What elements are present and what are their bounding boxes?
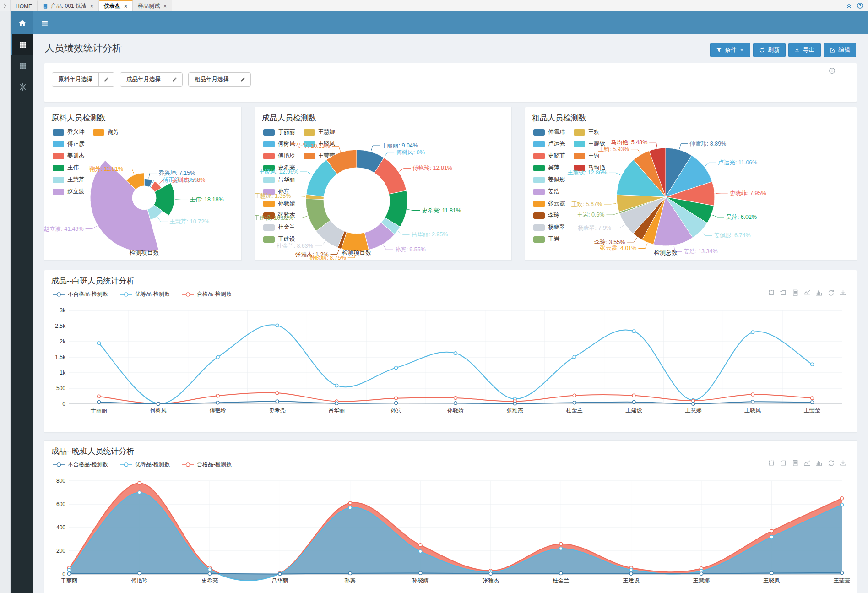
rose-chart-canvas[interactable]: 乔兴坤: 7.15%傅正彦: 1.85%姜训杰: 7.8%王伟: 18.18%王… bbox=[44, 107, 241, 260]
export-icon bbox=[794, 47, 800, 53]
y-tick-label: 2.5k bbox=[55, 323, 66, 329]
pie-label-line bbox=[86, 226, 97, 228]
tab-close-icon[interactable]: × bbox=[90, 4, 93, 9]
toolbox-download-icon[interactable] bbox=[840, 460, 846, 467]
pie-chart-canvas[interactable]: 仲雪玮: 8.89%卢运光: 11.06%史晓菲: 7.95%吴萍: 6.02%… bbox=[525, 107, 857, 260]
data-point bbox=[157, 403, 160, 406]
pie-label: 史希亮: 11.81% bbox=[422, 207, 461, 214]
document-icon bbox=[43, 3, 49, 9]
content-area: 人员绩效统计分析 条件刷新导出编辑 原料年月选择成品年月选择粗品年月选择 原料人… bbox=[33, 34, 868, 593]
filter-edit-button[interactable] bbox=[167, 73, 182, 86]
export-button[interactable]: 导出 bbox=[788, 43, 821, 57]
toolbox-line-icon[interactable] bbox=[804, 460, 811, 467]
toolbox-zoom-icon[interactable] bbox=[768, 289, 775, 296]
raw-material-pie-card: 原料人员检测数 乔兴坤傅正彦姜训杰王伟王慧芹赵立波鞠芳 乔兴坤: 7.15%傅正… bbox=[44, 107, 242, 261]
pie-label: 马均艳: 5.48% bbox=[611, 139, 647, 146]
data-point bbox=[692, 402, 695, 405]
filter-button[interactable]: 条件 bbox=[710, 43, 750, 57]
data-point bbox=[751, 400, 754, 403]
legend-item-2[interactable]: 合格品-检测数 bbox=[182, 290, 232, 298]
tab-1[interactable]: 产品: 001 钛渣× bbox=[38, 0, 99, 11]
button-label: 编辑 bbox=[838, 46, 850, 54]
x-tick-label: 于丽丽 bbox=[91, 407, 107, 413]
filter-edit-button[interactable] bbox=[98, 73, 114, 86]
legend-item-0[interactable]: 不合格品-检测数 bbox=[53, 461, 108, 468]
data-point bbox=[97, 400, 100, 403]
toolbox-download-icon[interactable] bbox=[840, 289, 846, 296]
toolbox-zoom-icon[interactable] bbox=[768, 460, 775, 467]
pie-label: 王欢: 5.67% bbox=[571, 201, 602, 207]
tab-2[interactable]: 仪表盘× bbox=[99, 0, 133, 11]
grid-icon bbox=[19, 62, 27, 70]
data-point bbox=[454, 402, 457, 405]
tab-3[interactable]: 样品测试× bbox=[133, 0, 172, 11]
area-chart-canvas[interactable]: 0200400600800于丽丽傅艳玲史希亮吕华丽孙宾孙晓婧张雅杰杜金兰王建设王… bbox=[50, 476, 851, 591]
toolbox-dataview-icon[interactable] bbox=[792, 460, 799, 467]
x-tick-label: 王建设 bbox=[623, 577, 640, 584]
legend-item-2[interactable]: 合格品-检测数 bbox=[182, 461, 232, 468]
tab-close-icon[interactable]: × bbox=[163, 4, 167, 9]
data-point bbox=[841, 571, 844, 574]
toolbox-bar-icon[interactable] bbox=[816, 460, 823, 467]
sidebar-item-2[interactable] bbox=[11, 76, 33, 98]
line-chart-canvas[interactable]: 05001k1.5k2k2.5k3k于丽丽何树凤傅艳玲史希亮吕华丽孙宾孙晓婧张雅… bbox=[50, 306, 851, 420]
collapse-up-icon[interactable] bbox=[846, 2, 852, 9]
data-point bbox=[811, 401, 814, 404]
toolbox-restore-icon[interactable] bbox=[828, 289, 835, 296]
panel-expand-button[interactable] bbox=[0, 0, 11, 11]
data-point bbox=[419, 550, 422, 553]
edit-button[interactable]: 编辑 bbox=[824, 43, 856, 57]
filter-row: 原料年月选择成品年月选择粗品年月选择 bbox=[52, 72, 849, 87]
data-point bbox=[632, 400, 635, 403]
pie-label-line bbox=[631, 149, 640, 154]
toolbox-restore-icon[interactable] bbox=[828, 460, 835, 467]
toolbox-line-icon[interactable] bbox=[804, 289, 811, 296]
page-header: 人员绩效统计分析 条件刷新导出编辑 bbox=[44, 34, 857, 63]
toolbox-dataview-icon[interactable] bbox=[792, 289, 799, 296]
pie-label: 姜浩: 13.34% bbox=[684, 248, 717, 255]
home-button[interactable] bbox=[11, 11, 33, 34]
x-tick-label: 王慧娜 bbox=[685, 407, 701, 413]
data-point bbox=[395, 366, 398, 370]
tab-label: 样品测试 bbox=[138, 2, 160, 10]
sidebar-toggle-button[interactable] bbox=[33, 11, 55, 34]
toolbox-zoom-reset-icon[interactable] bbox=[780, 289, 787, 296]
area-chart-plot[interactable]: 0200400600800于丽丽傅艳玲史希亮吕华丽孙宾孙晓婧张雅杰杜金兰王建设王… bbox=[50, 476, 851, 591]
filter-edit-button[interactable] bbox=[235, 73, 250, 86]
filter-select-button[interactable]: 原料年月选择 bbox=[52, 73, 98, 86]
tab-0[interactable]: HOME bbox=[11, 0, 38, 11]
pie-label: 王慧娜: 1.35% bbox=[255, 193, 291, 199]
legend-item-0[interactable]: 不合格品-检测数 bbox=[53, 290, 108, 298]
chart-title: 成品--晚班人员统计分析 bbox=[51, 446, 134, 457]
data-point bbox=[216, 356, 219, 359]
refresh-button[interactable]: 刷新 bbox=[753, 43, 786, 57]
pie-label-line bbox=[398, 231, 410, 234]
pie-label-line bbox=[293, 196, 305, 196]
pie-label-line bbox=[385, 152, 394, 157]
axis-name-label: 检测项目数 bbox=[130, 249, 159, 256]
pie-label: 王慧芹: 10.72% bbox=[169, 218, 209, 225]
filter-select-button[interactable]: 粗品年月选择 bbox=[189, 73, 235, 86]
donut-chart-canvas[interactable]: 于丽丽: 9.04%何树凤: 0%傅艳玲: 12.81%史希亮: 11.81%吕… bbox=[255, 107, 511, 260]
help-icon[interactable] bbox=[857, 2, 863, 9]
filter-group-2: 粗品年月选择 bbox=[188, 72, 251, 87]
line-chart-plot[interactable]: 05001k1.5k2k2.5k3k于丽丽何树凤傅艳玲史希亮吕华丽孙宾孙晓婧张雅… bbox=[50, 306, 851, 420]
data-point bbox=[841, 503, 844, 506]
data-point bbox=[751, 393, 754, 396]
tab-close-icon[interactable]: × bbox=[124, 4, 127, 9]
sidebar-item-0[interactable] bbox=[11, 34, 33, 55]
day-shift-line-card: 成品--白班人员统计分析 不合格品-检测数优等品-检测数合格品-检测数 0500… bbox=[44, 270, 857, 433]
toolbox-zoom-reset-icon[interactable] bbox=[780, 460, 787, 467]
x-tick-label: 孙宾 bbox=[344, 577, 356, 584]
legend-item-1[interactable]: 优等品-检测数 bbox=[120, 290, 170, 298]
pie-label-line bbox=[125, 169, 134, 174]
legend-item-1[interactable]: 优等品-检测数 bbox=[120, 461, 170, 468]
pie-label-line bbox=[701, 232, 712, 235]
filter-select-button[interactable]: 成品年月选择 bbox=[120, 73, 167, 86]
toolbox-bar-icon[interactable] bbox=[816, 289, 823, 296]
y-tick-label: 1k bbox=[60, 370, 66, 376]
info-icon[interactable] bbox=[829, 67, 835, 74]
sidebar-item-1[interactable] bbox=[11, 55, 33, 76]
pie-slice-5[interactable] bbox=[90, 160, 158, 252]
x-tick-label: 王晓凤 bbox=[764, 577, 780, 584]
